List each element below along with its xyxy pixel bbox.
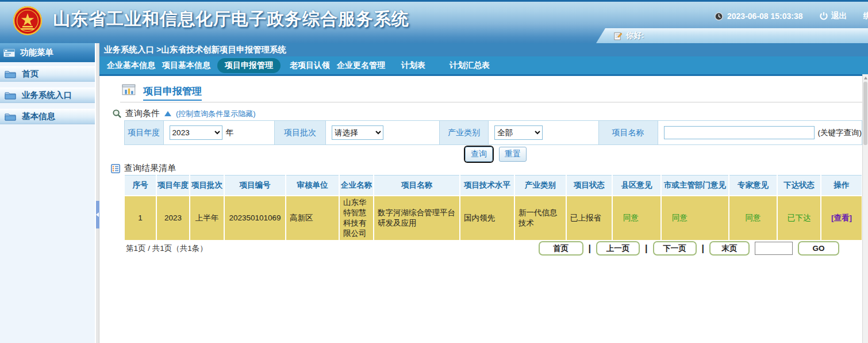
- col-county-opinion: 县区意见: [612, 176, 661, 196]
- pagination-info: 第1页 / 共1页（共1条）: [126, 243, 208, 254]
- sidebar-item-home[interactable]: 首页: [0, 66, 95, 82]
- clock-icon: [715, 12, 723, 21]
- project-year-select[interactable]: 2023: [170, 125, 222, 140]
- view-link[interactable]: [查看]: [831, 214, 852, 222]
- industry-category-label: 产业类别: [439, 120, 489, 145]
- query-form: 项目年度 2023 年 项目批次 请选择 产业类别 全部: [125, 120, 862, 145]
- sidebar-menu-header: 功能菜单: [0, 43, 95, 62]
- greeting-bar: 你好:: [596, 28, 868, 43]
- greeting-text: 你好:: [626, 31, 644, 41]
- tab-project-basic-info[interactable]: 项目基本信息: [162, 60, 210, 71]
- col-seq: 序号: [125, 176, 156, 196]
- list-icon: [111, 164, 120, 173]
- collapse-triangle-icon[interactable]: [164, 111, 171, 116]
- reset-button[interactable]: 重置: [499, 147, 527, 162]
- scrollbar-up-arrow-icon[interactable]: [864, 77, 867, 79]
- tab-enterprise-basic-info[interactable]: 企业基本信息: [107, 60, 155, 71]
- report-chart-icon: [122, 84, 137, 97]
- cell-status: 已上报省: [566, 196, 612, 241]
- cell-city-opinion: 同意: [661, 196, 729, 241]
- year-unit-label: 年: [226, 128, 234, 138]
- cell-seq: 1: [125, 196, 156, 241]
- sidebar: 功能菜单 首页 业务系统入口 基本信息: [0, 43, 96, 343]
- col-code: 项目编号: [224, 176, 286, 196]
- project-name-label: 项目名称: [598, 120, 658, 145]
- results-header: 查询结果清单: [111, 163, 176, 174]
- col-industry: 产业类别: [514, 176, 566, 196]
- col-status: 项目状态: [566, 176, 612, 196]
- col-city-opinion: 市或主管部门意见: [661, 176, 729, 196]
- page-number-input[interactable]: [755, 242, 793, 255]
- cell-tech-level: 国内领先: [460, 196, 514, 241]
- query-button[interactable]: 查询: [465, 147, 493, 162]
- sidebar-item-label: 首页: [22, 68, 39, 79]
- project-batch-select[interactable]: 请选择: [332, 125, 383, 140]
- cell-audit-unit: 高新区: [286, 196, 339, 241]
- bind-account-label: 绑定账号: [863, 11, 868, 21]
- tab-old-project-claim[interactable]: 老项目认领: [290, 60, 330, 71]
- project-year-field: 2023 年: [163, 120, 275, 145]
- bind-account-button[interactable]: 绑定账号: [863, 11, 868, 21]
- first-page-button[interactable]: 首页: [539, 241, 583, 256]
- cell-issue-status: 已下达: [777, 196, 821, 241]
- results-table: 序号 项目年度 项目批次 项目编号 审核单位 企业名称 项目名称 项目技术水平 …: [125, 175, 862, 240]
- table-row: 1 2023 上半年 202350101069 高新区 山东华特智慧科技有限公司…: [125, 196, 862, 241]
- pager-separator: |: [702, 243, 704, 254]
- menu-window-icon: [3, 49, 15, 57]
- cell-action: [查看]: [821, 196, 862, 241]
- breadcrumb: 业务系统入口 >山东省技术创新项目申报管理系统: [99, 43, 868, 56]
- query-toggle-link[interactable]: (控制查询条件显示隐藏): [176, 109, 256, 119]
- cell-company: 山东华特智慧科技有限公司: [339, 196, 374, 241]
- cell-county-opinion: 同意: [612, 196, 661, 241]
- col-project-name: 项目名称: [374, 176, 460, 196]
- col-tech-level: 项目技术水平: [460, 176, 514, 196]
- scrollbar-thumb[interactable]: [863, 82, 867, 145]
- go-button[interactable]: GO: [798, 241, 839, 256]
- tab-plan-summary[interactable]: 计划汇总表: [450, 60, 490, 71]
- header-banner: 山东省工业和信息化厅电子政务综合服务系统 2023-06-08 15:03:38…: [0, 0, 868, 43]
- application-window: 山东省工业和信息化厅电子政务综合服务系统 2023-06-08 15:03:38…: [0, 0, 868, 343]
- results-title: 查询结果清单: [124, 163, 176, 174]
- query-conditions-header: 查询条件 (控制查询条件显示隐藏): [112, 108, 256, 119]
- note-pencil-icon: [613, 32, 622, 40]
- folder-icon: [5, 91, 16, 100]
- form-buttons: 查询 重置: [465, 147, 527, 162]
- col-company: 企业名称: [339, 176, 374, 196]
- prev-page-button[interactable]: 上一页: [596, 241, 640, 256]
- tab-enterprise-rename[interactable]: 企业更名管理: [337, 60, 385, 71]
- industry-category-field: 全部: [488, 120, 598, 145]
- national-emblem-logo: [13, 6, 43, 36]
- sidebar-title: 功能菜单: [20, 47, 53, 58]
- tab-project-declaration[interactable]: 项目申报管理: [217, 58, 281, 73]
- sidebar-item-basic-info[interactable]: 基本信息: [0, 109, 95, 124]
- project-name-input[interactable]: [664, 126, 815, 139]
- keyword-hint: (关键字查询): [818, 128, 862, 138]
- folder-icon: [5, 70, 16, 79]
- system-title: 山东省工业和信息化厅电子政务综合服务系统: [53, 7, 409, 31]
- page-title: 项目申报管理: [143, 85, 202, 101]
- table-header-row: 序号 项目年度 项目批次 项目编号 审核单位 企业名称 项目名称 项目技术水平 …: [125, 176, 862, 196]
- col-action: 操作: [821, 176, 862, 196]
- next-page-button[interactable]: 下一页: [653, 241, 697, 256]
- last-page-button[interactable]: 末页: [709, 241, 750, 256]
- query-conditions-label: 查询条件: [125, 108, 160, 119]
- col-expert-opinion: 专家意见: [729, 176, 777, 196]
- pager-separator: |: [589, 243, 591, 254]
- project-batch-label: 项目批次: [274, 120, 326, 145]
- datetime-text: 2023-06-08 15:03:38: [727, 12, 803, 21]
- folder-icon: [5, 112, 16, 121]
- tab-plan-table[interactable]: 计划表: [401, 60, 425, 71]
- content-panel: 项目申报管理 查询条件 (控制查询条件显示隐藏) 项目年度 2023 年: [99, 76, 862, 343]
- title-divider: [120, 102, 862, 102]
- main-area: 业务系统入口 >山东省技术创新项目申报管理系统 企业基本信息 项目基本信息 项目…: [99, 43, 868, 343]
- vertical-scrollbar[interactable]: [862, 74, 868, 343]
- cell-batch: 上半年: [190, 196, 224, 241]
- cell-expert-opinion: 同意: [729, 196, 777, 241]
- sidebar-item-business-entry[interactable]: 业务系统入口: [0, 87, 95, 103]
- pager-separator: |: [645, 243, 647, 254]
- col-batch: 项目批次: [190, 176, 224, 196]
- logout-button[interactable]: 退出: [819, 11, 847, 21]
- cell-industry: 新一代信息技术: [514, 196, 566, 241]
- sidebar-item-label: 业务系统入口: [22, 90, 72, 101]
- industry-category-select[interactable]: 全部: [494, 125, 543, 140]
